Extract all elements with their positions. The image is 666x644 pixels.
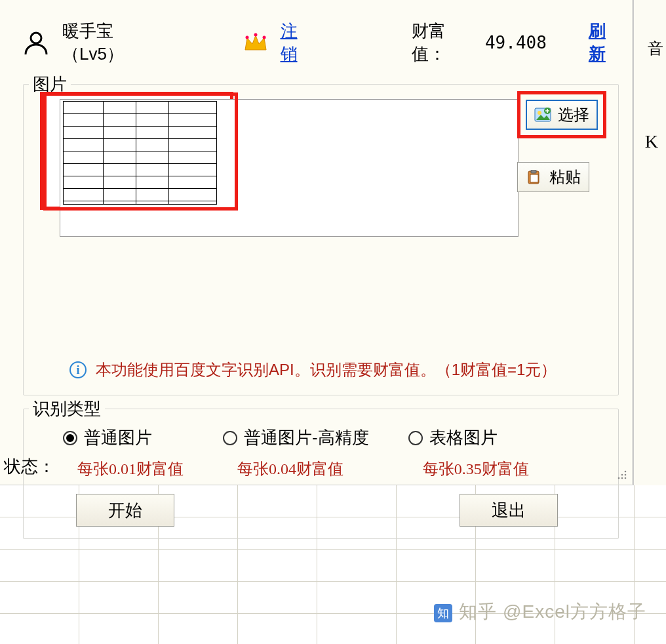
- radio-sub: 每张0.01财富值: [77, 458, 184, 479]
- info-icon: i: [69, 361, 87, 378]
- select-button-highlight: 选择: [517, 91, 606, 138]
- radio-sub: 每张0.35财富值: [423, 458, 529, 479]
- preview-red-highlight: [43, 92, 238, 211]
- svg-point-0: [31, 33, 41, 43]
- svg-rect-8: [531, 170, 536, 173]
- logout-link[interactable]: 注销: [281, 20, 311, 66]
- paste-button-label: 粘贴: [549, 167, 581, 188]
- start-button[interactable]: 开始: [76, 494, 174, 527]
- side-partial-text: 音: [648, 38, 663, 59]
- dialog-header: 暖手宝（Lv5） 注销 财富值： 49.408 刷新: [23, 20, 619, 66]
- radio-option-accurate[interactable]: 普通图片-高精度 每张0.04财富值: [223, 426, 369, 479]
- svg-point-11: [625, 474, 627, 476]
- svg-point-1: [245, 36, 248, 39]
- resize-grip[interactable]: [616, 469, 628, 481]
- radio-label: 普通图片: [84, 426, 152, 449]
- radio-icon: [223, 431, 237, 445]
- wealth-value: 49.408: [485, 33, 547, 52]
- radio-sub: 每张0.04财富值: [237, 458, 369, 479]
- svg-point-14: [621, 477, 623, 479]
- image-fieldset: 图片: [23, 84, 619, 395]
- radio-option-basic[interactable]: 普通图片 每张0.01财富值: [63, 426, 184, 479]
- svg-point-5: [538, 111, 541, 115]
- radio-icon: [408, 431, 423, 445]
- status-label: 状态：: [4, 455, 55, 478]
- username-label: 暖手宝（Lv5）: [62, 20, 163, 66]
- svg-point-13: [625, 477, 627, 479]
- svg-point-3: [262, 36, 265, 39]
- radio-option-table[interactable]: 表格图片 每张0.35财富值: [408, 426, 529, 479]
- svg-point-12: [621, 474, 623, 476]
- column-header-K: K: [645, 131, 658, 152]
- info-row: i 本功能使用百度文字识别API。识别需要财富值。（1财富值=1元）: [69, 359, 604, 380]
- info-text: 本功能使用百度文字识别API。识别需要财富值。（1财富值=1元）: [96, 359, 557, 380]
- refresh-link[interactable]: 刷新: [589, 20, 619, 66]
- user-icon: [23, 30, 49, 56]
- select-image-button[interactable]: 选择: [526, 100, 598, 130]
- ocr-dialog: 暖手宝（Lv5） 注销 财富值： 49.408 刷新 图片: [0, 0, 633, 485]
- svg-rect-9: [530, 174, 538, 182]
- exit-button[interactable]: 退出: [460, 494, 558, 527]
- svg-point-15: [618, 477, 620, 479]
- select-button-label: 选择: [558, 104, 589, 125]
- svg-point-10: [625, 471, 627, 473]
- radio-icon: [63, 431, 77, 445]
- radio-label: 普通图片-高精度: [244, 426, 369, 449]
- radio-group: 普通图片 每张0.01财富值 普通图片-高精度 每张0.04财富值 表格图片 每…: [43, 420, 604, 479]
- radio-label: 表格图片: [429, 426, 498, 449]
- svg-point-2: [254, 33, 257, 37]
- clipboard-icon: [526, 170, 543, 184]
- table-thumbnail: [63, 101, 217, 205]
- crown-icon: [244, 33, 267, 52]
- wealth-label: 财富值：: [412, 20, 472, 66]
- type-fieldset: 识别类型 普通图片 每张0.01财富值 普通图片-高精度 每张0.04财富值: [23, 409, 619, 539]
- type-fieldset-legend: 识别类型: [29, 397, 105, 420]
- paste-button-wrap: 粘贴: [517, 162, 606, 192]
- picture-add-icon: [534, 108, 551, 122]
- paste-button[interactable]: 粘贴: [517, 162, 589, 192]
